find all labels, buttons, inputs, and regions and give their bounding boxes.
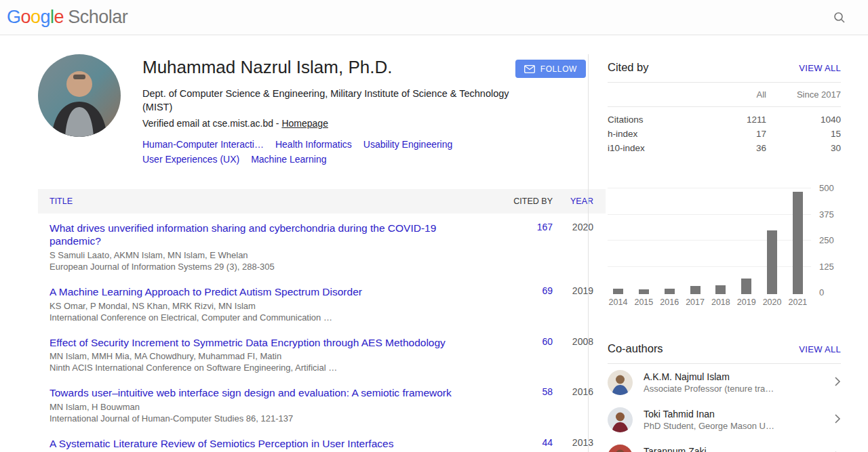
- interest-tag-link[interactable]: Human-Computer Interacti…: [142, 138, 264, 152]
- interest-tag-link[interactable]: Health Informatics: [275, 138, 352, 152]
- coauthor-row[interactable]: Tarannum Zaki Lecturer, Department of CS…: [608, 438, 841, 452]
- chevron-right-icon: [830, 413, 841, 427]
- coauthor-avatar: [608, 407, 633, 432]
- coauthors-section: Co-authors VIEW ALL A.K.M. Najmul Islam …: [608, 335, 841, 452]
- metrics-col-all: All: [712, 89, 766, 100]
- metric-value-since: 1040: [766, 115, 841, 125]
- chart-y-tick-label: 0: [819, 287, 824, 297]
- publication-row: Towards user–intuitive web interface sig…: [38, 378, 606, 429]
- follow-button[interactable]: FOLLOW: [515, 60, 586, 78]
- publication-title-link[interactable]: What drives unverified information shari…: [50, 222, 458, 249]
- publication-venue: International Journal of Human-Computer …: [50, 413, 458, 425]
- verified-email-text: Verified email at cse.mist.ac.bd -: [142, 118, 281, 129]
- sidebar: Cited by VIEW ALL All Since 2017 Citatio…: [588, 54, 868, 452]
- profile-verified-email: Verified email at cse.mist.ac.bd - Homep…: [142, 118, 519, 129]
- coauthor-row[interactable]: Toki Tahmid Inan PhD Student, George Mas…: [608, 401, 841, 438]
- publication-cited-by-link[interactable]: 60: [478, 336, 553, 375]
- publication-title-link[interactable]: A Machine Learning Approach to Predict A…: [50, 285, 458, 299]
- publication-venue: International Conference on Electrical, …: [50, 312, 458, 324]
- metric-row: i10-index 36 30: [608, 141, 841, 155]
- coauthors-title: Co-authors: [608, 342, 663, 355]
- column-header-cited-by[interactable]: CITED BY: [478, 197, 553, 206]
- metric-value-all: 36: [712, 143, 766, 153]
- chart-y-tick-label: 250: [819, 235, 834, 245]
- coauthors-view-all-link[interactable]: VIEW ALL: [799, 344, 841, 354]
- metric-label-link[interactable]: i10-index: [608, 143, 712, 153]
- publication-row: A Machine Learning Approach to Predict A…: [38, 277, 606, 328]
- metric-row: Citations 1211 1040: [608, 112, 841, 127]
- publication-authors: KS Omar, P Mondal, NS Khan, MRK Rizvi, M…: [50, 301, 458, 312]
- metric-value-all: 17: [712, 129, 766, 139]
- publication-row: What drives unverified information shari…: [38, 213, 606, 277]
- cited-by-view-all-link[interactable]: VIEW ALL: [799, 63, 841, 73]
- follow-button-label: FOLLOW: [540, 64, 577, 74]
- chart-bar[interactable]: [639, 289, 649, 294]
- interest-tag-link[interactable]: User Experiences (UX): [142, 152, 239, 167]
- google-logo-letter: G: [7, 7, 21, 27]
- chart-x-tick-label: 2014: [609, 297, 628, 307]
- metric-label-link[interactable]: h-index: [608, 129, 712, 139]
- coauthor-description: Associate Professor (tenure trac…: [644, 384, 776, 394]
- publication-authors: MN Islam, MMH Mia, MA Chowdhury, Muhamma…: [50, 351, 458, 363]
- interest-tag-link[interactable]: Usability Engineering: [363, 138, 453, 152]
- metric-label-link[interactable]: Citations: [608, 115, 712, 125]
- chart-bar[interactable]: [690, 286, 701, 294]
- coauthor-avatar: [608, 370, 633, 395]
- publication-row: A Systematic Literature Review of Semiot…: [38, 429, 606, 452]
- google-logo-letter: o: [31, 7, 41, 27]
- metrics-column-headers: All Since 2017: [608, 83, 841, 107]
- chart-x-tick-label: 2020: [763, 297, 782, 307]
- chart-x-tick-label: 2019: [737, 297, 756, 307]
- column-header-title[interactable]: TITLE: [50, 197, 478, 206]
- coauthor-name: Toki Tahmid Inan: [644, 409, 830, 419]
- coauthor-row[interactable]: A.K.M. Najmul Islam Associate Professor …: [608, 364, 841, 401]
- publications-table: TITLE CITED BY YEAR What drives unverifi…: [38, 189, 606, 452]
- search-icon[interactable]: [827, 5, 852, 30]
- chart-y-axis: 5003752501250: [811, 188, 841, 292]
- chart-bar[interactable]: [741, 279, 751, 294]
- google-scholar-logo[interactable]: GoogleScholar: [7, 7, 127, 28]
- profile-header: Muhammad Nazrul Islam, Ph.D. Dept. of Co…: [38, 54, 588, 167]
- coauthor-description: PhD Student, George Mason Uni…: [644, 421, 776, 431]
- publication-cited-by-link[interactable]: 58: [478, 386, 553, 425]
- publication-cited-by-link[interactable]: 44: [478, 437, 553, 452]
- homepage-link[interactable]: Homepage: [281, 118, 328, 129]
- chevron-right-icon: [830, 376, 841, 390]
- coauthor-name: A.K.M. Najmul Islam: [644, 371, 830, 382]
- interest-tag-link[interactable]: Machine Learning: [251, 152, 326, 167]
- publication-authors: MN Islam, H Bouwman: [50, 402, 458, 413]
- main-column: Muhammad Nazrul Islam, Ph.D. Dept. of Co…: [0, 35, 588, 452]
- chart-x-tick-label: 2018: [711, 297, 730, 307]
- metric-value-all: 1211: [712, 115, 766, 125]
- metrics-col-since: Since 2017: [766, 89, 841, 100]
- google-logo-letter: o: [21, 7, 31, 27]
- metric-value-since: 30: [766, 143, 841, 153]
- chart-bar[interactable]: [613, 289, 623, 294]
- publication-venue: European Journal of Information Systems …: [50, 262, 458, 273]
- chart-bar[interactable]: [715, 285, 726, 294]
- scholar-logo-text: Scholar: [68, 7, 127, 27]
- metric-value-since: 15: [766, 129, 841, 139]
- chart-bar[interactable]: [767, 230, 777, 294]
- publication-authors: S Samuli Laato, AKMN Islam, MN Islam, E …: [50, 250, 458, 262]
- publication-cited-by-link[interactable]: 167: [478, 222, 553, 273]
- cited-by-title: Cited by: [608, 61, 649, 74]
- publication-cited-by-link[interactable]: 69: [478, 285, 553, 324]
- profile-affiliation: Dept. of Computer Science & Engineering,…: [142, 87, 519, 114]
- coauthor-name: Tarannum Zaki: [644, 446, 830, 452]
- publication-title-link[interactable]: Towards user–intuitive web interface sig…: [50, 386, 458, 400]
- chart-x-tick-label: 2016: [660, 297, 679, 307]
- chart-y-tick-label: 125: [819, 262, 834, 272]
- publication-title-link[interactable]: Effect of Security Increment to Symmetri…: [50, 336, 458, 350]
- profile-photo[interactable]: [38, 54, 121, 137]
- chart-bar[interactable]: [665, 289, 675, 294]
- chart-y-tick-label: 500: [819, 183, 834, 193]
- cited-by-header: Cited by VIEW ALL: [608, 54, 841, 83]
- publication-venue: Ninth ACIS International Conference on S…: [50, 363, 458, 374]
- chart-bar[interactable]: [793, 192, 803, 294]
- metrics-table: Citations 1211 1040 h-index 17 15 i10-in…: [608, 107, 841, 161]
- profile-name: Muhammad Nazrul Islam, Ph.D.: [142, 57, 519, 78]
- coauthor-avatar: [608, 445, 633, 452]
- chart-x-tick-label: 2015: [634, 297, 653, 307]
- publication-title-link[interactable]: A Systematic Literature Review of Semiot…: [50, 437, 458, 451]
